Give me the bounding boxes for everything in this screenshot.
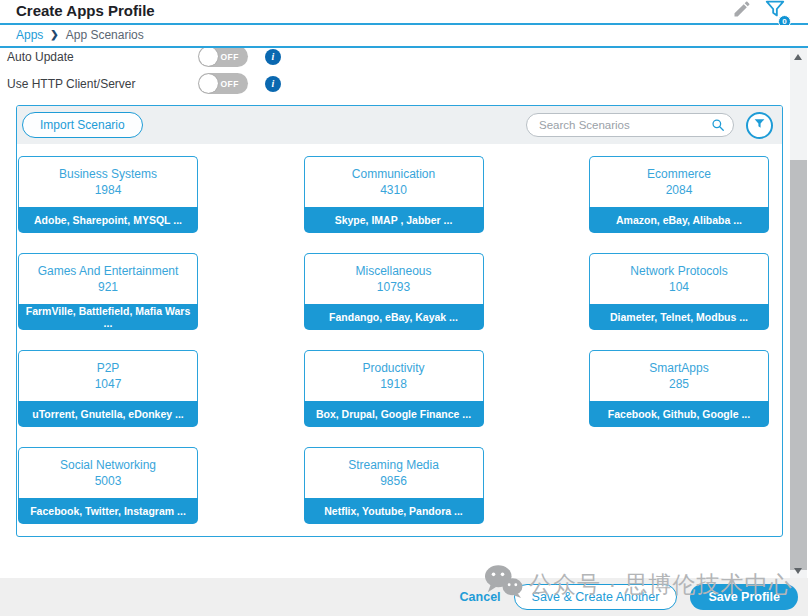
card-title: Business Systems [59,168,157,181]
scenario-card-games-and-entertainment[interactable]: Games And Entertainment 921 FarmVille, B… [18,253,198,330]
info-icon[interactable]: i [265,49,281,65]
chevron-right-icon: ❯ [50,29,58,40]
card-apps: Fandango, eBay, Kayak ... [304,304,484,330]
card-title: Streaming Media [348,459,439,472]
breadcrumb-apps-link[interactable]: Apps [16,28,43,42]
card-title: Productivity [362,362,424,375]
breadcrumb: Apps ❯ App Scenarios [0,25,808,48]
scenario-card-productivity[interactable]: Productivity 1918 Box, Drupal, Google Fi… [304,350,484,427]
scrollbar-thumb[interactable] [790,160,807,570]
create-apps-profile-page: Create Apps Profile 0 Apps ❯ App Scenari… [0,0,808,616]
search-scenarios-input[interactable] [526,113,734,137]
toggle-state-label: OFF [221,52,240,62]
scenario-card-grid: Business Systems 1984 Adobe, Sharepoint,… [17,144,782,536]
card-count: 285 [669,377,689,391]
card-count: 2084 [666,183,693,197]
scenario-card-smartapps[interactable]: SmartApps 285 Facebook, Github, Google .… [589,350,769,427]
page-header: Create Apps Profile 0 [0,0,808,25]
scenario-card-ecommerce[interactable]: Ecommerce 2084 Amazon, eBay, Alibaba ... [589,156,769,233]
filter-count-button[interactable]: 0 [764,0,786,24]
scenario-card-network-protocols[interactable]: Network Protocols 104 Diameter, Telnet, … [589,253,769,330]
card-apps: Adobe, Sharepoint, MYSQL ... [18,207,198,233]
toggle-knob [199,48,218,66]
card-title: SmartApps [649,362,708,375]
filter-scenarios-button[interactable] [746,112,773,139]
import-scenario-button[interactable]: Import Scenario [22,112,143,138]
card-apps: uTorrent, Gnutella, eDonkey ... [18,401,198,427]
setting-row-http-client-server: Use HTTP Client/Server OFF i [7,70,808,97]
scroll-down-arrow-icon[interactable] [794,568,802,574]
card-title: Network Protocols [630,265,727,278]
save-profile-button[interactable]: Save Profile [690,584,798,610]
card-apps: Facebook, Twitter, Instagram ... [18,498,198,524]
card-count: 10793 [377,280,410,294]
scroll-up-arrow-icon[interactable] [794,54,802,60]
auto-update-toggle[interactable]: OFF [198,48,248,67]
cancel-button[interactable]: Cancel [460,590,501,604]
scenario-card-social-networking[interactable]: Social Networking 5003 Facebook, Twitter… [18,447,198,524]
card-count: 1047 [95,377,122,391]
scenario-card-p2p[interactable]: P2P 1047 uTorrent, Gnutella, eDonkey ... [18,350,198,427]
card-apps: FarmVille, Battlefield, Mafia Wars ... [18,304,198,330]
vertical-scrollbar[interactable] [790,48,807,578]
card-title: Social Networking [60,459,156,472]
footer-action-bar: Cancel Save & Create Another Save Profil… [0,578,808,616]
card-count: 9856 [380,474,407,488]
scenario-card-communication[interactable]: Communication 4310 Skype, IMAP , Jabber … [304,156,484,233]
card-apps: Netflix, Youtube, Pandora ... [304,498,484,524]
edit-button[interactable] [732,0,752,23]
card-title: Communication [352,168,435,181]
card-count: 4310 [380,183,407,197]
card-title: Games And Entertainment [38,265,179,278]
card-title: P2P [97,362,120,375]
toggle-state-label: OFF [221,79,240,89]
search-wrap [526,113,734,137]
card-apps: Diameter, Telnet, Modbus ... [589,304,769,330]
http-client-server-label: Use HTTP Client/Server [7,77,198,91]
breadcrumb-current: App Scenarios [66,28,144,42]
pencil-icon [732,0,752,23]
card-count: 1918 [380,377,407,391]
profile-settings: Auto Update OFF i Use HTTP Client/Server… [0,48,808,105]
card-title: Miscellaneous [355,265,431,278]
card-apps: Box, Drupal, Google Finance ... [304,401,484,427]
funnel-icon [753,116,766,134]
card-count: 104 [669,280,689,294]
card-count: 921 [98,280,118,294]
http-client-server-toggle[interactable]: OFF [198,73,248,94]
search-area [526,112,773,139]
save-and-create-another-button[interactable]: Save & Create Another [514,584,678,610]
card-title: Ecommerce [647,168,711,181]
card-apps: Skype, IMAP , Jabber ... [304,207,484,233]
scenario-card-business-systems[interactable]: Business Systems 1984 Adobe, Sharepoint,… [18,156,198,233]
card-count: 5003 [95,474,122,488]
card-apps: Facebook, Github, Google ... [589,401,769,427]
search-icon[interactable] [711,118,725,136]
scenarios-panel: Import Scenario Business Systems [16,105,783,537]
card-apps: Amazon, eBay, Alibaba ... [589,207,769,233]
setting-row-auto-update: Auto Update OFF i [7,48,808,70]
card-count: 1984 [95,183,122,197]
auto-update-label: Auto Update [7,50,198,64]
info-icon[interactable]: i [265,76,281,92]
scenario-card-streaming-media[interactable]: Streaming Media 9856 Netflix, Youtube, P… [304,447,484,524]
page-title: Create Apps Profile [16,2,720,19]
scenario-card-miscellaneous[interactable]: Miscellaneous 10793 Fandango, eBay, Kaya… [304,253,484,330]
toggle-knob [199,74,218,93]
scenarios-toolbar: Import Scenario [17,106,782,144]
